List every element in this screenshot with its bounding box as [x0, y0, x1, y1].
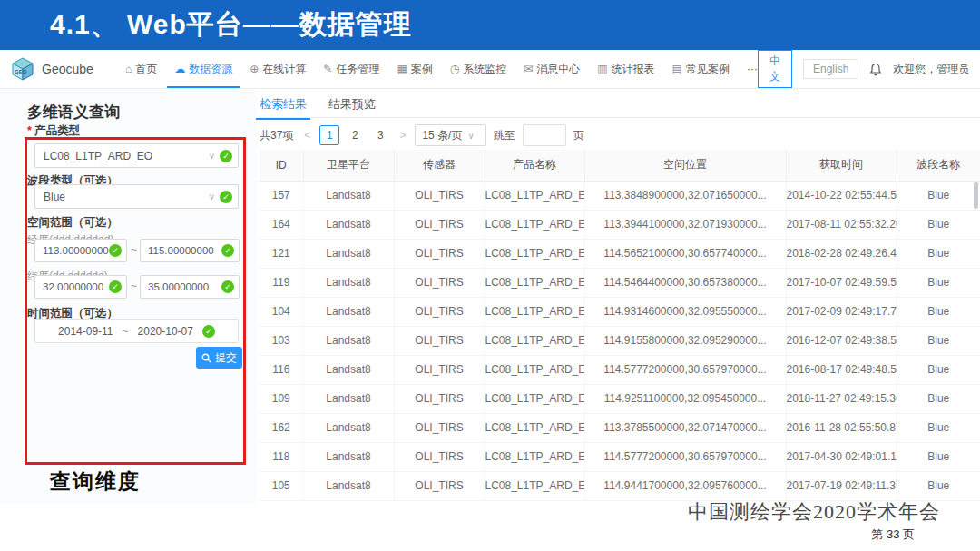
nav-item-数据资源[interactable]: ☁数据资源	[174, 50, 232, 88]
longitude-max-input[interactable]: 115.00000000 ✓	[140, 239, 240, 262]
nav-item-消息中心[interactable]: ✉消息中心	[524, 50, 580, 88]
table-row[interactable]: 105Landsat8OLI_TIRSLC08_L1TP_ARD_EO114.9…	[260, 471, 980, 500]
table-cell: 113.3848900000,32.071650000...	[584, 181, 786, 210]
next-page-arrow[interactable]: >	[397, 129, 407, 142]
longitude-min-input[interactable]: 113.00000000 ✓	[34, 239, 127, 262]
nav-item-任务管理[interactable]: ✎任务管理	[323, 50, 379, 88]
table-row[interactable]: 118Landsat8OLI_TIRSLC08_L1TP_ARD_EO114.5…	[260, 442, 980, 471]
nav-item-label: 案例	[411, 62, 433, 77]
table-cell: LC08_L1TP_ARD_EO	[485, 384, 584, 413]
table-cell: Landsat8	[303, 413, 394, 442]
table-cell: LC08_L1TP_ARD_EO	[485, 355, 584, 384]
valid-check-icon: ✓	[220, 191, 232, 203]
table-cell: 162	[260, 413, 303, 442]
nav-item-首页[interactable]: ⌂首页	[125, 50, 157, 88]
nav-item-label: 消息中心	[536, 62, 580, 77]
geocube-logo-icon: GEO	[9, 55, 36, 83]
table-cell: LC08_L1TP_ARD_EO	[485, 442, 584, 471]
table-row[interactable]: 109Landsat8OLI_TIRSLC08_L1TP_ARD_EO114.9…	[260, 384, 980, 413]
table-cell: OLI_TIRS	[394, 471, 485, 500]
nav-item-常见案例[interactable]: ▤常见案例	[672, 50, 730, 88]
table-cell: Landsat8	[303, 471, 394, 500]
table-body: 157Landsat8OLI_TIRSLC08_L1TP_ARD_EO113.3…	[260, 181, 980, 500]
footer-conference: 中国测绘学会2020学术年会	[688, 498, 940, 526]
message-icon: ✉	[524, 63, 533, 75]
welcome-text: 欢迎您，管理员	[893, 62, 969, 77]
spatial-range-label: 空间范围（可选）	[27, 215, 118, 231]
lang-en-button[interactable]: English	[803, 59, 858, 79]
column-header-空间位置: 空间位置	[584, 150, 786, 181]
table-row[interactable]: 116Landsat8OLI_TIRSLC08_L1TP_ARD_EO114.5…	[260, 355, 980, 384]
table-cell: LC08_L1TP_ARD_EO	[485, 471, 584, 500]
table-cell: 114.9314600000,32.095550000...	[584, 297, 786, 326]
table-header-row: ID卫星平台传感器产品名称空间位置获取时间波段名称	[260, 150, 980, 181]
valid-check-icon: ✓	[109, 244, 122, 257]
table-row[interactable]: 121Landsat8OLI_TIRSLC08_L1TP_ARD_EO114.5…	[260, 239, 980, 268]
nav-item-···[interactable]: ···	[747, 50, 758, 88]
date-range-picker[interactable]: 2014-09-11 ~ 2020-10-07 ✓	[34, 319, 239, 343]
table-cell: 114.9251100000,32.095450000...	[584, 384, 786, 413]
nav-item-案例[interactable]: ▦案例	[397, 50, 432, 88]
footer-page-number: 第 33 页	[871, 526, 915, 543]
table-cell: Landsat8	[303, 239, 394, 268]
table-row[interactable]: 103Landsat8OLI_TIRSLC08_L1TP_ARD_EO114.9…	[260, 326, 980, 355]
table-cell: 2016-11-28 02:55:50.87	[786, 413, 897, 442]
table-cell: OLI_TIRS	[394, 210, 485, 239]
page-number-3[interactable]: 3	[370, 125, 390, 145]
range-tilde: ~	[131, 280, 137, 292]
submit-button[interactable]: 提交	[196, 347, 242, 369]
pagination-total: 共37项	[260, 128, 293, 143]
nav-item-label: 常见案例	[686, 62, 730, 77]
valid-check-icon: ✓	[221, 244, 234, 257]
page-number-2[interactable]: 2	[345, 125, 365, 145]
product-type-select[interactable]: LC08_L1TP_ARD_EO ∨ ✓	[34, 143, 239, 168]
table-cell: 114.5464400000,30.657380000...	[584, 268, 786, 297]
table-row[interactable]: 162Landsat8OLI_TIRSLC08_L1TP_ARD_EO113.3…	[260, 413, 980, 442]
nav-item-label: 任务管理	[336, 62, 379, 77]
table-cell: 2016-12-07 02:49:38.529	[786, 326, 897, 355]
nav-item-label: 首页	[135, 62, 157, 77]
column-header-传感器: 传感器	[394, 150, 485, 181]
table-cell: Blue	[897, 297, 980, 326]
table-row[interactable]: 104Landsat8OLI_TIRSLC08_L1TP_ARD_EO114.9…	[260, 297, 980, 326]
table-cell: Blue	[897, 413, 980, 442]
nav-item-统计报表[interactable]: ▥统计报表	[597, 50, 654, 88]
prev-page-arrow[interactable]: <	[302, 129, 312, 142]
nav-item-系统监控[interactable]: ◷系统监控	[450, 50, 506, 88]
latitude-max-input[interactable]: 35.00000000 ✓	[140, 275, 240, 299]
table-scrollbar[interactable]	[974, 182, 978, 209]
slide-title-bar: 4.1、 Web平台——数据管理	[0, 0, 980, 50]
jump-suffix: 页	[573, 128, 584, 143]
page-size-select[interactable]: 15 条/页 ∨	[415, 124, 485, 146]
lang-zh-button[interactable]: 中文	[758, 50, 792, 88]
band-type-select[interactable]: Blue ∨ ✓	[34, 184, 239, 209]
edit-icon: ✎	[323, 63, 332, 75]
chart-icon: ▥	[597, 63, 607, 75]
required-asterisk: *	[27, 124, 32, 137]
jump-prefix: 跳至	[494, 128, 515, 143]
table-cell: OLI_TIRS	[394, 326, 485, 355]
page-number-1[interactable]: 1	[319, 125, 339, 145]
table-cell: LC08_L1TP_ARD_EO	[485, 181, 584, 210]
nav-item-在线计算[interactable]: ⊕在线计算	[250, 50, 306, 88]
table-row[interactable]: 164Landsat8OLI_TIRSLC08_L1TP_ARD_EO113.3…	[260, 210, 980, 239]
jump-page-input[interactable]	[523, 124, 566, 146]
latitude-min-input[interactable]: 32.00000000 ✓	[34, 275, 127, 299]
date-start: 2014-09-11	[58, 325, 113, 338]
column-header-波段名称: 波段名称	[897, 150, 980, 181]
table-cell: 2017-02-09 02:49:17.751	[786, 297, 897, 326]
table-cell: Landsat8	[303, 268, 394, 297]
bell-icon[interactable]	[869, 63, 882, 76]
table-row[interactable]: 119Landsat8OLI_TIRSLC08_L1TP_ARD_EO114.5…	[260, 268, 980, 297]
table-row[interactable]: 157Landsat8OLI_TIRSLC08_L1TP_ARD_EO113.3…	[260, 181, 980, 210]
table-cell: OLI_TIRS	[394, 181, 485, 210]
valid-check-icon: ✓	[109, 280, 122, 293]
table-cell: 103	[260, 326, 303, 355]
table-cell: 114.9155800000,32.095290000...	[584, 326, 786, 355]
table-cell: Landsat8	[303, 355, 394, 384]
nav-item-label: ···	[747, 63, 758, 75]
table-cell: 119	[260, 268, 303, 297]
slide-root: 4.1、 Web平台——数据管理 GEO Geocube ⌂首页☁数据资源⊕在线…	[0, 0, 980, 551]
annotation-label: 查询维度	[50, 467, 141, 496]
table-cell: 121	[260, 239, 303, 268]
